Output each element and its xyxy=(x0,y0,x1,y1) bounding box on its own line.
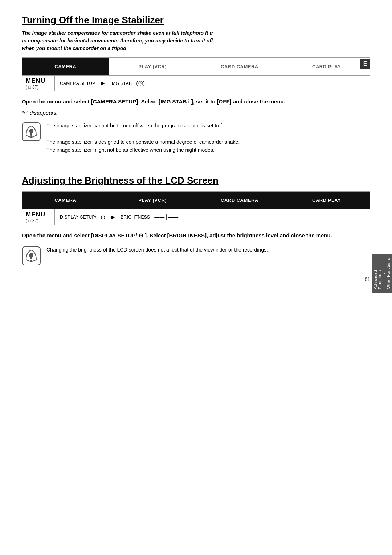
e-badge: E xyxy=(360,59,370,69)
side-label-text1: Advanced Functions xyxy=(373,258,382,289)
side-label-separator: - xyxy=(382,273,386,274)
section2-arrow: ► xyxy=(110,213,116,221)
tab-card-play-1[interactable]: CARD PLAY xyxy=(283,58,370,75)
section2-note-block: Changing the brightness of the LCD scree… xyxy=(22,246,370,265)
tab-card-camera-2[interactable]: CARD CAMERA xyxy=(196,192,283,209)
section2-menu-setup: DISPLAY SETUP/ xyxy=(60,215,96,220)
divider-1 xyxy=(22,162,370,162)
tab-card-camera-1[interactable]: CARD CAMERA xyxy=(196,58,283,75)
side-label: Advanced Functions - Other Functions xyxy=(372,254,392,293)
section1-menu-item: IMG STAB xyxy=(110,81,132,86)
section1-menu-ref: ( □ 37) xyxy=(26,85,38,90)
section2-title: Adjusting the Brightness of the LCD Scre… xyxy=(22,175,370,186)
page-number: 81 xyxy=(364,276,370,282)
note-icon-1 xyxy=(22,122,41,141)
tab-play-vcr-1[interactable]: PLAY (VCR) xyxy=(109,58,196,75)
section2-menu-row: MENU ( □ 37) DISPLAY SETUP/ ⊙ ► BRIGHTNE… xyxy=(22,209,370,225)
section2-menu-setup-icon: ⊙ xyxy=(101,214,105,221)
section1-menu-word: MENU xyxy=(26,77,45,85)
side-label-text2: Other Functions xyxy=(386,258,391,289)
section1-menu-icon: (⦾) xyxy=(136,80,145,87)
section1-arrow: ► xyxy=(100,79,106,87)
section2-menu-item: BRIGHTNESS xyxy=(121,215,150,220)
tab-card-play-2[interactable]: CARD PLAY xyxy=(283,192,370,209)
svg-rect-0 xyxy=(30,135,32,137)
section1-menu-row: MENU ( □ 37) CAMERA SETUP ► IMG STAB (⦾) xyxy=(22,76,370,91)
tab-play-vcr-2[interactable]: PLAY (VCR) xyxy=(109,192,196,209)
section2-brightness-bar: ——┼—— xyxy=(154,214,178,220)
section2-menu-word: MENU xyxy=(26,211,45,218)
section1-menu-setup: CAMERA SETUP xyxy=(60,81,95,86)
section2-tab-bar: CAMERA PLAY (VCR) CARD CAMERA CARD PLAY xyxy=(22,191,370,209)
svg-rect-1 xyxy=(30,260,32,261)
section1-title: Turning Off the Image Stabilizer xyxy=(22,15,370,26)
section2-instruction: Open the menu and select [DISPLAY SETUP/… xyxy=(22,231,370,240)
tab-camera-2[interactable]: CAMERA xyxy=(22,192,109,209)
tab-camera-1[interactable]: CAMERA xyxy=(22,58,109,75)
section1-intro: The image sta ilier compensates for camc… xyxy=(22,29,370,52)
section1-instruction: Open the menu and select [CAMERA SETUP].… xyxy=(22,97,370,106)
section1-tab-bar: CAMERA PLAY (VCR) CARD CAMERA CARD PLAY xyxy=(22,57,370,76)
section1-disappears: “i ” disappears. xyxy=(22,110,370,116)
note-icon-2 xyxy=(22,246,41,265)
section1-menu-content: CAMERA SETUP ► IMG STAB (⦾) xyxy=(55,76,370,91)
section1-note-text: The image stabilizer cannot be turned of… xyxy=(46,122,370,154)
section2-menu-label: MENU ( □ 37) xyxy=(22,209,55,225)
section1-menu-label: MENU ( □ 37) xyxy=(22,76,55,91)
section1-note-block: The image stabilizer cannot be turned of… xyxy=(22,122,370,154)
section2-menu-ref: ( □ 37) xyxy=(26,218,38,223)
section2-note-text: Changing the brightness of the LCD scree… xyxy=(46,246,370,254)
section2-menu-content: DISPLAY SETUP/ ⊙ ► BRIGHTNESS ——┼—— xyxy=(55,209,370,225)
